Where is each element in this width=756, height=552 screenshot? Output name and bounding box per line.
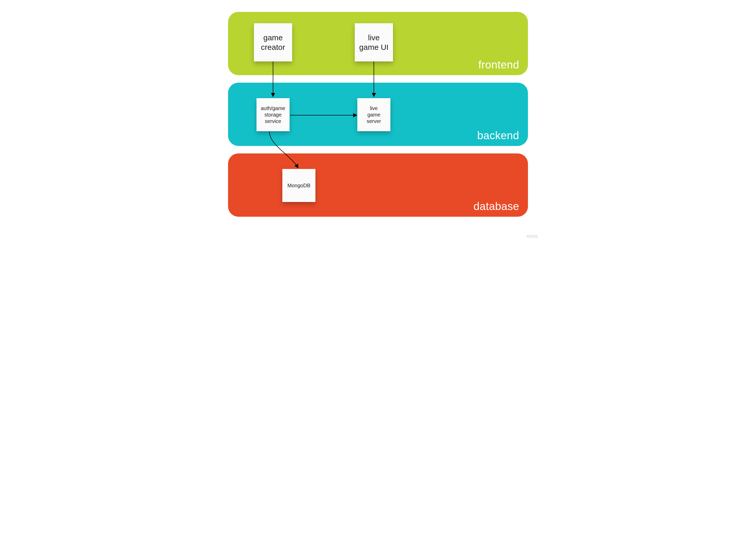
diagram-canvas: frontend backend database gamecreator li…: [213, 0, 543, 242]
node-auth-storage[interactable]: auth/gamestorageservice: [256, 98, 290, 131]
node-game-creator[interactable]: gamecreator: [254, 23, 292, 61]
layer-label-database: database: [473, 200, 519, 213]
node-mongodb[interactable]: MongoDB: [282, 169, 315, 202]
layer-database: database: [228, 153, 528, 217]
watermark: miro: [527, 233, 538, 239]
node-live-game-server[interactable]: livegameserver: [357, 98, 391, 131]
node-live-game-ui[interactable]: livegame UI: [355, 23, 393, 61]
node-label: MongoDB: [288, 182, 311, 189]
node-label: livegameserver: [366, 105, 381, 125]
node-label: livegame UI: [359, 33, 388, 52]
layer-label-backend: backend: [477, 129, 519, 142]
node-label: gamecreator: [261, 33, 285, 52]
layer-label-frontend: frontend: [478, 58, 519, 71]
node-label: auth/gamestorageservice: [261, 105, 286, 125]
